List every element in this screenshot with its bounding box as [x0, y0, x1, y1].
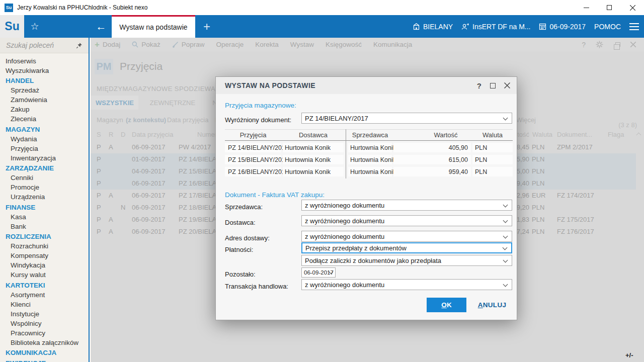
toolbar-popraw[interactable]: Popraw — [172, 41, 205, 48]
filter-more-link[interactable]: Więcej — [516, 116, 536, 124]
active-nav-tab[interactable]: Wystaw na podstawie — [112, 15, 195, 38]
transakcja-select[interactable]: z wyróżnionego dokumentu — [301, 279, 512, 290]
sidebar-item-przyjęcia[interactable]: Przyjęcia — [0, 144, 89, 153]
filter-magazyn-label[interactable]: Magazyn — [97, 116, 123, 124]
sidebar-item-windykacja[interactable]: Windykacja — [0, 261, 89, 270]
cancel-button[interactable]: ANULUJ — [473, 298, 511, 312]
back-arrow-icon[interactable]: ← — [94, 15, 109, 38]
sidebar-item-rozliczenia[interactable]: ROZLICZENIA — [0, 231, 89, 242]
sidebar-item-wydania[interactable]: Wydania — [0, 134, 89, 144]
ok-button[interactable]: OK — [427, 298, 466, 312]
sidebar-item-zarządzanie[interactable]: ZARZĄDZANIE — [0, 163, 89, 173]
dialog-table-row[interactable]: PZ 14/BIELANY/2017Hurtownia KonikHurtown… — [216, 143, 517, 155]
favorites-star-icon[interactable]: ☆ — [28, 15, 41, 38]
sidebar-item-kartoteki[interactable]: KARTOTEKI — [0, 280, 89, 291]
dialog-table-row[interactable]: PZ 15/BIELANY/2017Hurtownia KonikHurtown… — [216, 155, 517, 167]
toolbar-dodaj[interactable]: +Dodaj — [95, 41, 120, 48]
minimize-icon — [584, 8, 589, 8]
sidebar-item-sprzedaż[interactable]: Sprzedaż — [0, 86, 89, 96]
col-d[interactable]: D — [121, 131, 125, 138]
sidebar-item-zakup[interactable]: Zakup — [0, 105, 89, 115]
sidebar-item-rozrachunki[interactable]: Rozrachunki — [0, 242, 89, 251]
help-menu[interactable]: POMOC — [594, 23, 621, 31]
dialog-maximize-icon[interactable] — [490, 83, 496, 88]
sidebar-item-wyszukiwarka[interactable]: Wyszukiwarka — [0, 66, 89, 75]
user-switcher[interactable]: InsERT DF na M... — [461, 23, 530, 31]
col-flaga[interactable]: Flaga — [608, 131, 624, 138]
close-module-icon[interactable] — [630, 42, 636, 47]
date-selector[interactable]: 06-09-2017 — [539, 23, 586, 31]
filter-date-label[interactable]: Data przyjęcia — [167, 116, 208, 124]
new-tab-button[interactable]: + — [199, 15, 214, 38]
sidebar-item-magazyn[interactable]: MAGAZYN — [0, 124, 89, 135]
toolbar-wystaw[interactable]: Wystaw — [290, 41, 314, 48]
pin-icon[interactable] — [76, 42, 83, 49]
close-button[interactable] — [621, 0, 644, 15]
gear-icon[interactable] — [596, 41, 603, 48]
sidebar-item-inwentaryzacja[interactable]: Inwentaryzacja — [0, 153, 89, 163]
sidebar-item-zamówienia[interactable]: Zamówienia — [0, 96, 89, 105]
sidebar-item-urządzenia[interactable]: Urządzenia — [0, 193, 89, 202]
toolbar-komunikacja[interactable]: Komunikacja — [373, 41, 412, 48]
branch-selector[interactable]: BIELANY — [413, 23, 453, 31]
dialog-table-row[interactable]: PZ 16/BIELANY/2017Hurtownia KonikHurtown… — [216, 167, 517, 179]
toolbar-label: Pokaż — [141, 41, 160, 48]
cascade-windows-icon[interactable] — [615, 42, 620, 47]
dialog-close-icon[interactable] — [504, 82, 510, 88]
hamburger-menu-icon[interactable] — [629, 23, 639, 30]
sprzedawca-select[interactable]: z wyróżnionego dokumentu — [301, 200, 512, 211]
dostawca-select[interactable]: z wyróżnionego dokumentu — [301, 215, 512, 226]
plus-icon: + — [95, 42, 100, 48]
sidebar-item-infoserwis[interactable]: Infoserwis — [0, 56, 89, 66]
cell-wal: PLN — [532, 216, 544, 223]
toolbar-label: Komunikacja — [373, 41, 412, 48]
sidebar-item-kasa[interactable]: Kasa — [0, 212, 89, 222]
sidebar-item-bank[interactable]: Bank — [0, 222, 89, 231]
adres-dostawy-select[interactable]: z wyróżnionego dokumentu — [301, 231, 512, 242]
zaliczki-select[interactable]: Podłącz zaliczki z dokumentów jako przed… — [301, 255, 512, 266]
view-tab-zewnętrzne[interactable]: ZEWNĘTRZNE — [149, 96, 196, 110]
col-waluta[interactable]: Waluta — [532, 131, 552, 138]
sidebar-item-komunikacja[interactable]: KOMUNIKACJA — [0, 347, 89, 358]
view-tab-wszystkie[interactable]: WSZYSTKIE — [91, 96, 138, 110]
sidebar-item-promocje[interactable]: Promocje — [0, 183, 89, 193]
sidebar-item-handel[interactable]: HANDEL — [0, 75, 89, 86]
module-help-icon[interactable]: ? — [582, 41, 586, 49]
dialog-help-icon[interactable]: ? — [477, 81, 481, 90]
toolbar-pokaż[interactable]: Pokaż — [132, 41, 160, 48]
highlighted-doc-select[interactable]: PZ 14/BIELANY/2017 — [301, 113, 512, 124]
col-s[interactable]: S — [97, 131, 101, 138]
sidebar-item-asortyment[interactable]: Asortyment — [0, 290, 89, 300]
platnosci-select[interactable]: Przepisz przedpłaty z dokumentów — [301, 242, 512, 253]
toolbar-korekta[interactable]: Korekta — [255, 41, 279, 48]
col-dokument[interactable]: Dokument... — [557, 131, 592, 138]
sidebar-item-finanse[interactable]: FINANSE — [0, 202, 89, 213]
sidebar-item-kursy-walut[interactable]: Kursy walut — [0, 270, 89, 280]
app-logo[interactable]: Su — [0, 15, 24, 38]
command-search[interactable]: Szukaj poleceń — [0, 38, 89, 53]
dialog-title: WYSTAW NA PODSTAWIE — [216, 81, 315, 89]
minimize-button[interactable] — [575, 0, 598, 15]
col-numer[interactable]: Numer — [197, 131, 217, 138]
col-r[interactable]: R — [109, 131, 113, 138]
dialog-receipts-table: PZ 14/BIELANY/2017Hurtownia KonikHurtown… — [216, 143, 517, 179]
dialog-cell: PLN — [472, 143, 513, 152]
maximize-button[interactable] — [598, 0, 621, 15]
sidebar-item-instytucje[interactable]: Instytucje — [0, 309, 89, 319]
sidebar-item-ewidencje-dodatkowe[interactable]: EWIDENCJE DODATKOWE — [0, 358, 89, 362]
sidebar-item-pracownicy[interactable]: Pracownicy — [0, 328, 89, 338]
sidebar-item-zlecenia[interactable]: Zlecenia — [0, 115, 89, 124]
sidebar-item-biblioteka-załączników[interactable]: Biblioteka załączników — [0, 338, 89, 347]
toolbar-operacje[interactable]: Operacje — [216, 41, 244, 48]
sidebar-item-klienci[interactable]: Klienci — [0, 300, 89, 309]
pozostalo-date-select[interactable]: 06-09-2017 — [301, 267, 336, 278]
toolbar-księgowość[interactable]: Księgowość — [326, 41, 362, 48]
subtab-label[interactable]: MIĘDZYMAGAZYNOWE SPODZIEWAN — [97, 85, 220, 93]
sidebar-item-wspólnicy[interactable]: Wspólnicy — [0, 319, 89, 328]
sort-up-icon[interactable] — [636, 133, 641, 138]
sidebar-item-cenniki[interactable]: Cenniki — [0, 173, 89, 183]
sidebar-item-kompensaty[interactable]: Kompensaty — [0, 251, 89, 261]
col-date[interactable]: Data przyjęcia — [132, 131, 173, 138]
filter-magazyn-value[interactable]: (z kontekstu) — [126, 116, 166, 124]
dialog-cell: Hurtownia Konik — [348, 143, 392, 152]
